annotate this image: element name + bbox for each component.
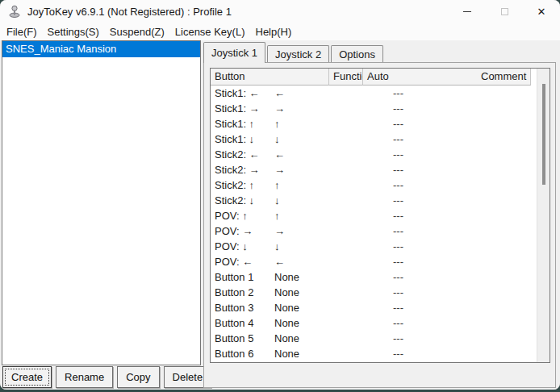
cell-button: Button 3	[211, 300, 270, 315]
profile-action-button[interactable]: Rename	[56, 366, 113, 388]
profile-buttons: Create Rename Copy Delete	[2, 366, 211, 388]
table-row[interactable]: POV: ← ← ---	[211, 254, 537, 269]
cell-auto: ---	[389, 177, 423, 193]
cell-function: None	[270, 285, 389, 300]
table-header-cell[interactable]: Comment	[477, 69, 531, 85]
maximize-button[interactable]	[486, 0, 523, 23]
cell-button: Stick1: ↑	[211, 116, 270, 131]
tab[interactable]: Joystick 2	[267, 45, 329, 63]
table-row[interactable]: Stick2: → → ---	[211, 162, 537, 177]
table-row[interactable]: Button 5 None ---	[211, 331, 537, 346]
cell-comment	[423, 223, 537, 239]
table-header: Button Function Auto Comment	[211, 69, 537, 85]
cell-auto: ---	[389, 346, 423, 361]
cell-button: Button 6	[211, 346, 270, 361]
cell-comment	[423, 85, 537, 101]
tab[interactable]: Options	[331, 45, 383, 63]
table-header-cell[interactable]: Auto	[363, 69, 477, 85]
joystick-icon	[8, 5, 21, 18]
profile-list-item[interactable]: SNES_Maniac Mansion	[2, 41, 200, 57]
cell-function: ←	[270, 254, 389, 269]
cell-button: POV: ↓	[211, 239, 270, 254]
cell-function: →	[270, 101, 389, 116]
maximize-icon	[501, 8, 508, 15]
cell-function: None	[270, 346, 389, 361]
cell-button: POV: →	[211, 223, 270, 239]
profile-action-button[interactable]: Copy	[117, 366, 159, 388]
cell-auto: ---	[389, 116, 423, 131]
menu-item[interactable]: Help(H)	[251, 24, 297, 40]
menu-item[interactable]: Suspend(Z)	[105, 24, 169, 40]
button-mapping-table[interactable]: Button Function Auto Comment Stick1: ← ←…	[210, 68, 550, 363]
close-icon: ✕	[537, 6, 546, 17]
table-row[interactable]: Stick2: ← ← ---	[211, 147, 537, 162]
cell-function: None	[270, 331, 389, 346]
profile-list[interactable]: SNES_Maniac Mansion	[2, 40, 201, 365]
cell-auto: ---	[389, 285, 423, 300]
cell-auto: ---	[389, 254, 423, 269]
table-row[interactable]: Stick1: ↓ ↓ ---	[211, 131, 537, 147]
cell-function: ↑	[270, 208, 389, 223]
cell-function: ←	[270, 85, 389, 101]
cell-button: Stick1: ←	[211, 85, 270, 101]
table-body: Stick1: ← ← --- Stick1: → → --- Stick1:	[211, 85, 537, 362]
cell-function: ↓	[270, 193, 389, 208]
app-window: JoyToKey v6.9.1 (Not Registered) : Profi…	[0, 0, 560, 390]
table-row[interactable]: Button 2 None ---	[211, 285, 537, 300]
table-row[interactable]: Button 3 None ---	[211, 300, 537, 315]
cell-function: ↑	[270, 116, 389, 131]
cell-comment	[423, 101, 537, 116]
table-row[interactable]: Stick1: ↑ ↑ ---	[211, 116, 537, 131]
table-header-cell[interactable]: Function	[329, 69, 363, 85]
tab[interactable]: Joystick 1	[203, 42, 265, 63]
vertical-scrollbar[interactable]	[537, 69, 550, 362]
cell-function: →	[270, 162, 389, 177]
title-bar[interactable]: JoyToKey v6.9.1 (Not Registered) : Profi…	[0, 0, 560, 23]
table-row[interactable]: Stick1: → → ---	[211, 101, 537, 116]
cell-function: ←	[270, 147, 389, 162]
cell-auto: ---	[389, 85, 423, 101]
table-header-cell[interactable]: Button	[211, 69, 329, 85]
table-row[interactable]: POV: ↓ ↓ ---	[211, 239, 537, 254]
cell-comment	[423, 116, 537, 131]
cell-comment	[423, 315, 537, 331]
menu-item[interactable]: File(F)	[2, 24, 42, 40]
cell-auto: ---	[389, 331, 423, 346]
cell-comment	[423, 193, 537, 208]
cell-button: Stick1: →	[211, 101, 270, 116]
cell-comment	[423, 269, 537, 285]
cell-auto: ---	[389, 208, 423, 223]
cell-auto: ---	[389, 131, 423, 147]
table-row[interactable]: Stick2: ↑ ↑ ---	[211, 177, 537, 193]
cell-function: None	[270, 269, 389, 285]
close-button[interactable]: ✕	[523, 0, 560, 23]
table-row[interactable]: POV: → → ---	[211, 223, 537, 239]
cell-button: Button 2	[211, 285, 270, 300]
cell-comment	[423, 331, 537, 346]
table-row[interactable]: Button 4 None ---	[211, 315, 537, 331]
cell-comment	[423, 177, 537, 193]
cell-comment	[423, 147, 537, 162]
menu-item[interactable]: Settings(S)	[43, 24, 104, 40]
joystick-tabs: Joystick 1 Joystick 2 Options	[203, 42, 385, 63]
table-row[interactable]: Button 6 None ---	[211, 346, 537, 361]
table-row[interactable]: Stick1: ← ← ---	[211, 85, 537, 101]
menu-item[interactable]: License Key(L)	[170, 24, 250, 40]
minimize-button[interactable]	[449, 0, 486, 23]
cell-function: ↓	[270, 131, 389, 147]
cell-function: None	[270, 300, 389, 315]
table-row[interactable]: Stick2: ↓ ↓ ---	[211, 193, 537, 208]
cell-button: Stick1: ↓	[211, 131, 270, 147]
cell-button: POV: ↑	[211, 208, 270, 223]
table-row[interactable]: POV: ↑ ↑ ---	[211, 208, 537, 223]
cell-comment	[423, 239, 537, 254]
cell-function: None	[270, 315, 389, 331]
cell-auto: ---	[389, 101, 423, 116]
scrollbar-thumb[interactable]	[542, 84, 545, 185]
profile-action-button[interactable]: Create	[2, 366, 52, 388]
cell-function: ↓	[270, 239, 389, 254]
table-row[interactable]: Button 1 None ---	[211, 269, 537, 285]
cell-button: Button 4	[211, 315, 270, 331]
cell-button: Stick2: ↑	[211, 177, 270, 193]
cell-auto: ---	[389, 162, 423, 177]
